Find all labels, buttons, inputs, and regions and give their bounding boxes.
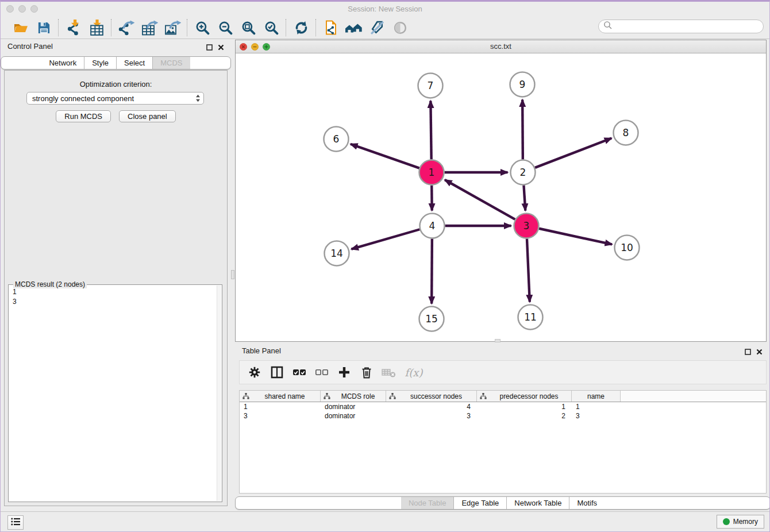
table-panel-title: Table Panel (242, 346, 281, 355)
delete-table-button (382, 365, 396, 380)
node-14[interactable]: 14 (325, 241, 349, 266)
search-icon (603, 21, 613, 32)
cell-predecessor-nodes[interactable]: 1 (477, 403, 572, 411)
main-toolbar (1, 17, 769, 39)
tab-network[interactable]: Network (41, 57, 84, 69)
column-header-successor-nodes[interactable]: successor nodes (386, 391, 477, 402)
export-network-button[interactable] (118, 19, 135, 36)
cell-mcds-role[interactable]: dominator (321, 412, 386, 420)
float-table-panel-icon[interactable] (745, 347, 751, 357)
close-panel-icon[interactable] (218, 43, 224, 53)
node-8[interactable]: 8 (614, 121, 638, 145)
node-9[interactable]: 9 (510, 72, 535, 97)
svg-text:9: 9 (519, 79, 526, 90)
column-header-predecessor-nodes[interactable]: predecessor nodes (477, 391, 572, 402)
float-panel-icon[interactable] (206, 43, 213, 53)
table-tab-motifs[interactable]: Motifs (569, 497, 605, 509)
svg-text:15: 15 (425, 313, 438, 325)
table-tab-edge-table[interactable]: Edge Table (453, 497, 506, 509)
copy-network-button[interactable] (322, 19, 340, 36)
network-window-titlebar[interactable]: scc.txt (236, 40, 766, 53)
edge-4-14[interactable] (351, 229, 419, 249)
table-tab-network-table[interactable]: Network Table (506, 497, 569, 509)
panel-splitter-handle[interactable] (231, 270, 234, 279)
edge-2-3[interactable] (523, 185, 525, 210)
node-10[interactable]: 10 (615, 236, 640, 260)
mcds-result-title: MCDS result (2 nodes) (13, 280, 87, 288)
select-all-button[interactable] (292, 365, 307, 380)
zoom-selected-button[interactable] (263, 19, 280, 36)
add-row-button[interactable] (337, 365, 352, 380)
column-header-shared-name[interactable]: shared name (240, 391, 321, 402)
edge-3-10[interactable] (539, 229, 612, 245)
show-columns-button[interactable] (270, 365, 284, 380)
network-search-box[interactable] (598, 20, 764, 33)
node-1[interactable]: 1 (419, 160, 444, 185)
edge-2-9[interactable] (522, 99, 523, 159)
cell-shared-name[interactable]: 3 (240, 412, 321, 420)
network-canvas[interactable]: 7968124314101511 (236, 53, 766, 341)
zoom-out-button[interactable] (217, 19, 234, 36)
cell-name[interactable]: 3 (572, 412, 621, 420)
import-table-button[interactable] (88, 19, 105, 36)
node-6[interactable]: 6 (324, 127, 349, 152)
tab-select[interactable]: Select (116, 57, 152, 69)
node-3[interactable]: 3 (514, 214, 539, 238)
import-network-button[interactable] (65, 19, 82, 36)
search-networks-button[interactable] (345, 19, 363, 36)
tab-mcds[interactable]: MCDS (152, 57, 190, 69)
edge-4-15[interactable] (432, 238, 432, 303)
export-image-button[interactable] (164, 19, 181, 36)
bird-view-button[interactable] (391, 19, 409, 36)
memory-label: Memory (733, 518, 758, 526)
cell-successor-nodes[interactable]: 4 (386, 403, 477, 411)
column-tree-icon (324, 393, 330, 399)
table-row[interactable]: 3dominator323 (240, 411, 766, 421)
node-7[interactable]: 7 (418, 74, 443, 98)
table-toolbar: f(x) (239, 360, 767, 384)
run-mcds-button[interactable]: Run MCDS (56, 110, 111, 122)
edge-1-7[interactable] (430, 101, 431, 159)
memory-button[interactable]: Memory (717, 515, 764, 529)
save-session-button[interactable] (35, 19, 52, 36)
horizontal-splitter-handle[interactable] (495, 339, 500, 342)
edge-3-1[interactable] (445, 180, 515, 219)
node-2[interactable]: 2 (511, 160, 536, 185)
export-table-button[interactable] (141, 19, 158, 36)
cell-predecessor-nodes[interactable]: 2 (477, 412, 572, 420)
optimization-criterion-label: Optimization criterion: (5, 80, 227, 88)
zoom-fit-button[interactable] (240, 19, 257, 36)
close-panel-button[interactable]: Close panel (119, 110, 176, 122)
window-title: Session: New Session (1, 2, 769, 17)
column-header-name[interactable]: name (572, 391, 621, 402)
table-tab-node-table[interactable]: Node Table (401, 497, 454, 509)
table-row[interactable]: 1dominator411 (240, 402, 766, 411)
node-11[interactable]: 11 (518, 305, 543, 330)
cell-shared-name[interactable]: 1 (240, 403, 321, 411)
hide-annotations-button[interactable] (368, 19, 386, 36)
cell-successor-nodes[interactable]: 3 (386, 412, 477, 420)
delete-row-button[interactable] (359, 365, 374, 380)
deselect-all-button[interactable] (314, 365, 329, 380)
result-scrollbar[interactable] (217, 286, 221, 501)
cell-mcds-role[interactable]: dominator (321, 403, 386, 411)
cell-name[interactable]: 1 (572, 403, 621, 411)
criterion-select[interactable]: strongly connected component (26, 92, 204, 105)
table-settings-button[interactable] (247, 365, 262, 380)
application-window: Session: New Session Control Panel Netwo… (0, 0, 770, 532)
tab-style[interactable]: Style (84, 57, 116, 69)
node-4[interactable]: 4 (420, 214, 445, 238)
edge-3-11[interactable] (527, 238, 530, 302)
table-panel: Table Panel f(x) shared nameMCDS rolesuc… (235, 344, 770, 512)
mcds-result-text[interactable]: 1 3 (9, 285, 222, 309)
open-session-button[interactable] (12, 19, 29, 36)
node-15[interactable]: 15 (419, 307, 444, 331)
close-table-panel-icon[interactable] (756, 347, 763, 357)
table-panel-tabs: Node TableEdge TableNetwork TableMotifs (235, 496, 770, 510)
edge-2-8[interactable] (535, 138, 611, 168)
column-header-mcds-role[interactable]: MCDS role (321, 391, 386, 402)
task-history-button[interactable] (7, 515, 24, 530)
refresh-layout-button[interactable] (292, 19, 310, 36)
edge-1-6[interactable] (351, 144, 419, 168)
zoom-in-button[interactable] (194, 19, 211, 36)
